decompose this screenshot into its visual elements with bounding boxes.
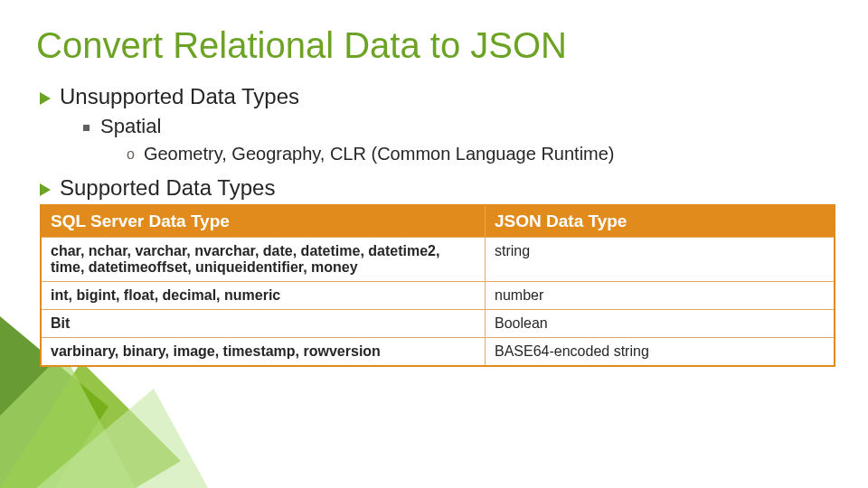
table-row: Bit Boolean bbox=[41, 310, 835, 338]
bullet-spatial: Spatial bbox=[83, 115, 832, 138]
col-sql: SQL Server Data Type bbox=[41, 205, 486, 238]
svg-marker-2 bbox=[0, 352, 136, 488]
circle-icon: o bbox=[127, 146, 135, 163]
cell-sql: int, bigint, float, decimal, numeric bbox=[41, 282, 486, 310]
table-row: varbinary, binary, image, timestamp, row… bbox=[41, 338, 835, 367]
bullet-text: Spatial bbox=[100, 115, 161, 138]
col-json: JSON Data Type bbox=[486, 205, 835, 238]
type-mapping-table: SQL Server Data Type JSON Data Type char… bbox=[40, 204, 835, 367]
cell-sql: Bit bbox=[41, 310, 486, 338]
arrow-icon bbox=[40, 92, 51, 105]
cell-json: string bbox=[486, 238, 835, 282]
slide-title: Convert Relational Data to JSON bbox=[36, 25, 832, 66]
svg-marker-3 bbox=[36, 389, 208, 488]
arrow-icon bbox=[40, 183, 51, 196]
bullet-text: Unsupported Data Types bbox=[60, 84, 299, 109]
bullet-text: Supported Data Types bbox=[60, 175, 275, 201]
cell-json: number bbox=[486, 282, 835, 310]
square-icon bbox=[83, 125, 90, 131]
table-row: int, bigint, float, decimal, numeric num… bbox=[41, 282, 835, 310]
bullet-spatial-detail: o Geometry, Geography, CLR (Common Langu… bbox=[127, 144, 832, 164]
cell-json: BASE64-encoded string bbox=[486, 338, 835, 367]
bullet-supported: Supported Data Types bbox=[40, 175, 832, 201]
cell-sql: char, nchar, varchar, nvarchar, date, da… bbox=[41, 238, 486, 282]
cell-json: Boolean bbox=[486, 310, 835, 338]
table-header-row: SQL Server Data Type JSON Data Type bbox=[41, 205, 835, 238]
bullet-text: Geometry, Geography, CLR (Common Languag… bbox=[144, 144, 615, 164]
cell-sql: varbinary, binary, image, timestamp, row… bbox=[41, 338, 486, 367]
svg-marker-1 bbox=[0, 361, 181, 488]
bullet-unsupported: Unsupported Data Types bbox=[40, 84, 832, 109]
table-row: char, nchar, varchar, nvarchar, date, da… bbox=[41, 238, 835, 282]
